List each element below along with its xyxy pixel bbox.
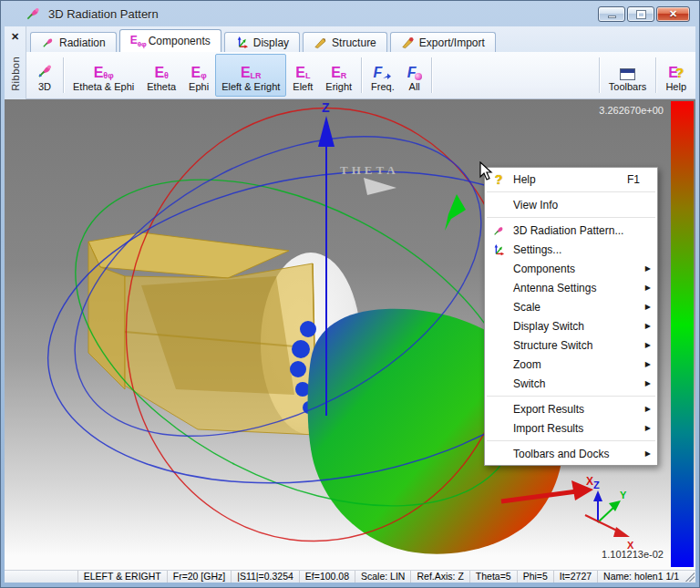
settings-axes-icon (490, 243, 507, 256)
minimize-icon (608, 15, 616, 18)
app-window: 3D Radiation Pattern ✕ ✕ Ribbon Radiatio… (0, 0, 700, 588)
menu-item-scale[interactable]: Scale ▶ (485, 297, 657, 316)
maximize-icon (637, 11, 645, 18)
menu-item-switch[interactable]: Switch ▶ (485, 374, 657, 393)
resize-grip[interactable] (685, 573, 695, 582)
menu-item-structure-switch[interactable]: Structure Switch ▶ (485, 335, 657, 355)
etheta-ephi-icon: Eθφ (94, 60, 114, 80)
menu-item-components[interactable]: Components ▶ (485, 259, 657, 278)
menu-item-zoom[interactable]: Zoom ▶ (485, 355, 657, 374)
toolbar-button-all[interactable]: F All (401, 54, 428, 97)
tab-export-import[interactable]: Export/Import (390, 32, 496, 52)
status-bar: ELEFT & ERIGHT Fr=20 [GHz] |S11|=0.3254 … (5, 570, 695, 583)
minimize-button[interactable] (598, 6, 625, 22)
tab-label: Components (149, 35, 211, 47)
menu-item-settings[interactable]: Settings... (485, 240, 657, 259)
submenu-arrow-icon: ▶ (645, 322, 651, 330)
status-phi: Phi=5 (517, 571, 553, 583)
menu-item-import-results[interactable]: Import Results ▶ (485, 418, 657, 438)
toolbar-separator (431, 57, 432, 93)
tab-label: Structure (332, 36, 376, 49)
close-button[interactable]: ✕ (656, 6, 690, 22)
toolbar-button-label: Freq. (371, 81, 395, 92)
display-axes-icon (235, 36, 249, 49)
toolbar-button-label: Etheta & Ephi (73, 81, 134, 92)
toolbar-button-etheta[interactable]: Eθ Etheta (140, 54, 182, 97)
context-menu: ? Help F1 View Info 3D Radiation Pattern… (484, 167, 658, 466)
toolbar-separator (63, 57, 64, 93)
eleft-icon: EL (295, 60, 310, 80)
toolbar-button-label: 3D (38, 81, 51, 92)
components-icon: Eθφ (130, 35, 144, 48)
status-component: ELEFT & ERIGHT (77, 571, 167, 583)
toolbar-button-toolbars[interactable]: Toolbars (602, 54, 654, 97)
colorbar-legend (671, 101, 694, 567)
radiation-icon (41, 36, 55, 49)
viewport-3d[interactable]: Z THETA X Z (5, 99, 695, 570)
toolbar-button-label: Etheta (147, 81, 176, 92)
status-iterations: It=2727 (553, 571, 597, 583)
tab-radiation[interactable]: Radiation (30, 32, 117, 52)
tab-components[interactable]: Eθφ Components (119, 29, 221, 52)
app-icon (25, 5, 41, 22)
close-icon: ✕ (669, 9, 677, 19)
etheta-icon: Eθ (154, 60, 169, 80)
toolbar-button-label: Eleft (293, 81, 313, 92)
svg-text:Z: Z (322, 100, 330, 115)
menu-item-view-info[interactable]: View Info (485, 195, 657, 214)
status-ref-axis: Ref.Axis: Z (410, 571, 468, 583)
theta-arrow-icon (364, 178, 396, 195)
help-icon: E? (668, 60, 684, 80)
menu-item-display-switch[interactable]: Display Switch ▶ (485, 316, 657, 335)
tab-structure[interactable]: Structure (303, 32, 387, 52)
submenu-arrow-icon: ▶ (645, 449, 651, 458)
app-body: ✕ Ribbon Radiation Eθφ Components (5, 26, 695, 583)
toolbar-separator (361, 57, 362, 93)
toolbar-button-etheta-ephi[interactable]: Eθφ Etheta & Ephi (67, 54, 140, 97)
menu-item-help[interactable]: ? Help F1 (485, 170, 657, 189)
toolbar-button-eleft[interactable]: EL Eleft (286, 54, 319, 97)
status-scale: Scale: LIN (355, 571, 410, 583)
menu-separator (487, 217, 655, 218)
toolbar-button-label: Toolbars (609, 81, 647, 92)
ribbon-toolbar: 3D Eθφ Etheta & Ephi Eθ Etheta Eφ Ephi (26, 52, 695, 99)
colorbar-min-value: 1.101213e-02 (602, 549, 664, 560)
window-controls: ✕ (598, 6, 690, 22)
toolbar-button-ephi[interactable]: Eφ Ephi (182, 54, 215, 97)
toolbar-button-3d[interactable]: 3D (29, 54, 60, 97)
status-frequency: Fr=20 [GHz] (167, 571, 231, 583)
svg-text:Z: Z (593, 480, 600, 490)
tab-label: Display (253, 36, 289, 49)
ribbon-side-label: Ribbon (10, 57, 21, 91)
toolbar-button-eright[interactable]: ER Eright (319, 54, 358, 97)
submenu-arrow-icon: ▶ (645, 424, 651, 432)
submenu-arrow-icon: ▶ (645, 379, 651, 387)
ribbon-tab-bar: Radiation Eθφ Components Display (26, 26, 695, 52)
tab-display[interactable]: Display (224, 32, 300, 52)
title-bar[interactable]: 3D Radiation Pattern ✕ (1, 1, 699, 26)
menu-separator (487, 440, 655, 441)
toolbar-button-freq[interactable]: F Freq. (365, 54, 401, 97)
toolbar-button-label: All (409, 81, 420, 92)
toolbar-separator (655, 57, 656, 93)
freq-icon: F (374, 60, 393, 80)
ribbon: ✕ Ribbon Radiation Eθφ Components (5, 26, 695, 99)
axes-gizmo: Z Y X (585, 480, 634, 551)
phi-arrow-icon (445, 194, 466, 231)
menu-item-3d-radiation-pattern[interactable]: 3D Radiation Pattern... (485, 221, 657, 240)
status-theta: Theta=5 (469, 571, 517, 583)
export-import-icon (401, 36, 415, 49)
svg-text:X: X (586, 475, 593, 488)
menu-item-antenna-settings[interactable]: Antenna Settings ▶ (485, 278, 657, 297)
toolbar-button-help[interactable]: E? Help (659, 54, 693, 97)
all-frequencies-icon: F (407, 60, 422, 80)
toolbar-button-label: Ephi (189, 81, 209, 92)
menu-item-export-results[interactable]: Export Results ▶ (485, 399, 657, 418)
toolbar-button-eleft-eright[interactable]: ELR Eleft & Eright (215, 54, 286, 97)
maximize-button[interactable] (627, 6, 654, 22)
tab-label: Radiation (59, 36, 106, 49)
submenu-arrow-icon: ▶ (645, 264, 651, 273)
menu-item-toolbars-and-docks[interactable]: Toolbars and Docks ▶ (485, 444, 657, 463)
window-title: 3D Radiation Pattern (48, 7, 159, 21)
ribbon-close-button[interactable]: ✕ (8, 29, 23, 44)
